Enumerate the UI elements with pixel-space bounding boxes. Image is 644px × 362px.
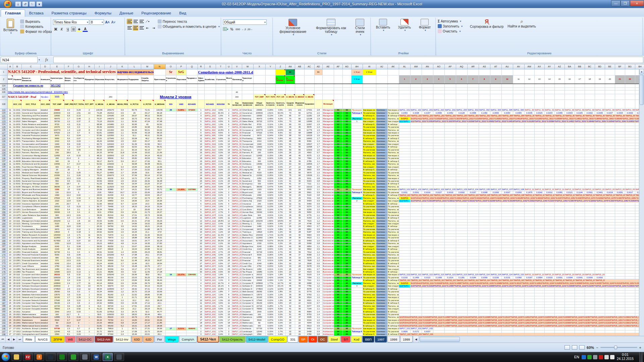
cell[interactable]: 11 [7,168,13,171]
cell[interactable]: SbP13_2031 [615,188,625,191]
next-sheet-button[interactable]: ▶ [11,336,17,343]
cell[interactable]: SbP15_1142 [490,274,501,276]
cell[interactable]: 1 [84,330,94,333]
cell[interactable]: 0,0184 [467,276,479,279]
cell[interactable] [544,299,554,302]
cell[interactable]: SbP15_1121 [410,274,422,276]
cell[interactable] [433,163,444,165]
cell[interactable] [351,231,363,234]
cell[interactable]: 64 [342,231,351,234]
cell[interactable] [433,87,444,90]
cell[interactable]: 58,15 [154,131,165,134]
cell[interactable]: 5,6 [117,259,128,262]
cell[interactable] [595,166,605,168]
cell[interactable]: 5110 [253,222,265,225]
cell[interactable]: SbP11_90 [232,160,242,163]
cell[interactable] [216,87,226,90]
cell[interactable] [422,131,433,134]
cell[interactable] [595,126,605,128]
cell[interactable]: 122520 [104,185,117,188]
cell[interactable] [433,327,444,330]
cell[interactable] [176,285,186,288]
cell[interactable] [490,302,501,304]
cell[interactable] [625,205,635,208]
cell[interactable] [186,307,198,310]
cell[interactable]: 30,55 [128,131,141,134]
cell[interactable] [479,208,490,211]
cell[interactable]: 0,00% [265,191,275,194]
cell[interactable]: 0,2% [275,310,285,313]
cell[interactable] [625,265,635,267]
cell[interactable] [456,163,467,165]
cell[interactable]: Lodging Managers [21,168,40,171]
cell[interactable] [165,112,176,114]
cell[interactable] [479,242,490,245]
cell[interactable] [585,202,595,205]
cell[interactable] [456,84,467,87]
cell[interactable]: 0,01 [73,214,84,217]
cell[interactable]: 64 [334,265,342,267]
cell[interactable]: SbP11_90 [232,166,242,168]
cell[interactable] [433,299,444,302]
cell[interactable]: SbP13_2021 [204,242,216,245]
cell[interactable]: 5,3 [64,316,73,319]
cell[interactable]: 48,26 [94,140,104,143]
cell[interactable] [554,69,565,75]
cell[interactable] [565,217,575,219]
cell[interactable]: 62 [285,137,295,140]
cell[interactable] [176,117,186,120]
cell[interactable]: 0,39 [73,296,84,299]
cell[interactable]: Fundraiser [242,225,253,228]
cell[interactable]: Management [322,114,334,117]
cell[interactable]: 63 [334,157,342,160]
cell[interactable]: 65 [334,324,342,327]
cell[interactable]: 9 [226,211,232,214]
row-header-124[interactable]: 124 [0,123,7,126]
cell[interactable] [501,270,513,273]
cell[interactable] [554,268,565,270]
cell[interactable] [186,131,198,134]
cell[interactable] [544,123,554,126]
cell[interactable] [399,202,410,205]
cell[interactable] [625,90,635,94]
cell[interactable]: – [84,143,94,145]
cell[interactable]: Как следует [363,307,376,310]
cell[interactable] [433,94,444,100]
cell[interactable] [479,146,490,148]
cell[interactable]: SbP13_1071 [204,211,216,214]
cell[interactable] [615,305,625,307]
cell[interactable]: – [84,188,94,191]
first-sheet-button[interactable]: ⏮ [0,336,6,343]
row-header-123[interactable]: 123 [0,120,7,123]
cell[interactable]: 130650 [104,131,117,134]
cell[interactable]: 12 [84,288,94,290]
cell[interactable]: 0,03% [265,242,275,245]
cell[interactable] [165,131,176,134]
cell[interactable]: detailed [40,248,50,250]
cell[interactable]: Credit Analysts [21,248,40,250]
cell[interactable] [605,274,615,276]
cell[interactable] [176,205,186,208]
cell[interactable]: 8,28% [176,109,186,111]
cell[interactable]: 5,6% [216,185,226,188]
cell[interactable]: В таблице 6. [363,302,376,304]
cell[interactable] [615,87,625,90]
cell[interactable]: Logisticians [21,217,40,219]
cell[interactable]: 28,53 [128,313,141,316]
cell[interactable]: Как видно из [363,327,376,330]
cell[interactable]: Как видно из [363,274,376,276]
cell[interactable] [534,211,544,214]
cell[interactable]: *SbP15_2021 [554,279,565,282]
cell[interactable]: 50,14 [141,174,154,177]
cell[interactable] [154,87,165,90]
cell[interactable] [216,90,226,94]
cell[interactable]: 5,4 [64,208,73,211]
cell[interactable]: 2,3 [64,327,73,330]
cell[interactable]: 0,5% [275,134,285,137]
cell[interactable]: 4,2 [64,228,73,231]
cell[interactable]: 27 [285,166,295,168]
cell[interactable] [595,202,605,205]
cell[interactable]: 18 [226,157,232,160]
cell[interactable]: 36,1 [154,160,165,163]
cell[interactable] [73,87,84,90]
